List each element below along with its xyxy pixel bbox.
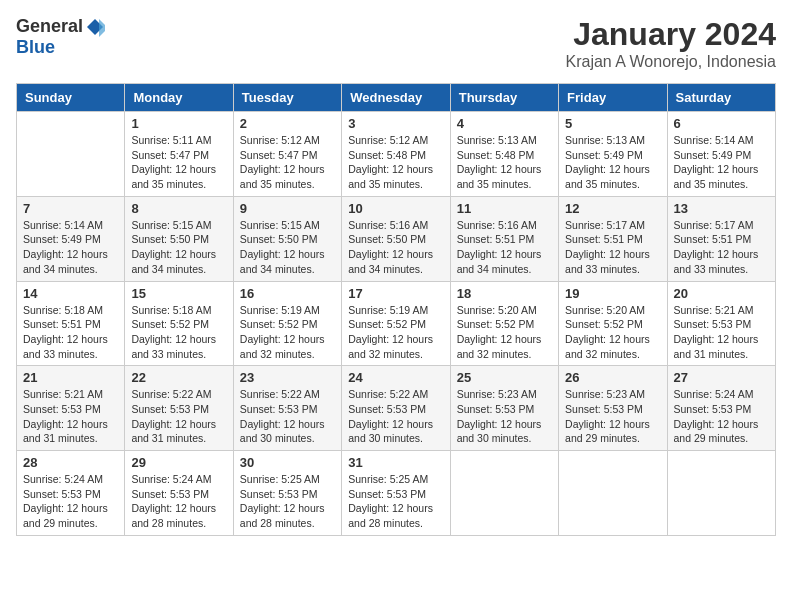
- calendar-cell: [17, 112, 125, 197]
- day-info: Sunrise: 5:24 AMSunset: 5:53 PMDaylight:…: [131, 472, 226, 531]
- title-section: January 2024 Krajan A Wonorejo, Indonesi…: [565, 16, 776, 71]
- calendar-cell: 26Sunrise: 5:23 AMSunset: 5:53 PMDayligh…: [559, 366, 667, 451]
- calendar-cell: 15Sunrise: 5:18 AMSunset: 5:52 PMDayligh…: [125, 281, 233, 366]
- day-info: Sunrise: 5:24 AMSunset: 5:53 PMDaylight:…: [23, 472, 118, 531]
- day-number: 11: [457, 201, 552, 216]
- day-info: Sunrise: 5:20 AMSunset: 5:52 PMDaylight:…: [565, 303, 660, 362]
- calendar-cell: 9Sunrise: 5:15 AMSunset: 5:50 PMDaylight…: [233, 196, 341, 281]
- day-info: Sunrise: 5:13 AMSunset: 5:49 PMDaylight:…: [565, 133, 660, 192]
- day-header-saturday: Saturday: [667, 84, 775, 112]
- day-header-thursday: Thursday: [450, 84, 558, 112]
- day-info: Sunrise: 5:13 AMSunset: 5:48 PMDaylight:…: [457, 133, 552, 192]
- calendar-cell: 31Sunrise: 5:25 AMSunset: 5:53 PMDayligh…: [342, 451, 450, 536]
- day-info: Sunrise: 5:17 AMSunset: 5:51 PMDaylight:…: [565, 218, 660, 277]
- day-info: Sunrise: 5:18 AMSunset: 5:51 PMDaylight:…: [23, 303, 118, 362]
- calendar-cell: 20Sunrise: 5:21 AMSunset: 5:53 PMDayligh…: [667, 281, 775, 366]
- calendar-cell: 21Sunrise: 5:21 AMSunset: 5:53 PMDayligh…: [17, 366, 125, 451]
- day-info: Sunrise: 5:16 AMSunset: 5:50 PMDaylight:…: [348, 218, 443, 277]
- day-number: 28: [23, 455, 118, 470]
- day-info: Sunrise: 5:19 AMSunset: 5:52 PMDaylight:…: [348, 303, 443, 362]
- calendar-cell: 27Sunrise: 5:24 AMSunset: 5:53 PMDayligh…: [667, 366, 775, 451]
- calendar-cell: 23Sunrise: 5:22 AMSunset: 5:53 PMDayligh…: [233, 366, 341, 451]
- calendar-cell: [559, 451, 667, 536]
- day-number: 8: [131, 201, 226, 216]
- day-number: 5: [565, 116, 660, 131]
- day-number: 9: [240, 201, 335, 216]
- calendar-week-3: 14Sunrise: 5:18 AMSunset: 5:51 PMDayligh…: [17, 281, 776, 366]
- day-info: Sunrise: 5:21 AMSunset: 5:53 PMDaylight:…: [23, 387, 118, 446]
- calendar-cell: 5Sunrise: 5:13 AMSunset: 5:49 PMDaylight…: [559, 112, 667, 197]
- day-info: Sunrise: 5:11 AMSunset: 5:47 PMDaylight:…: [131, 133, 226, 192]
- day-number: 26: [565, 370, 660, 385]
- day-number: 22: [131, 370, 226, 385]
- day-info: Sunrise: 5:12 AMSunset: 5:47 PMDaylight:…: [240, 133, 335, 192]
- calendar-cell: 24Sunrise: 5:22 AMSunset: 5:53 PMDayligh…: [342, 366, 450, 451]
- calendar-cell: 19Sunrise: 5:20 AMSunset: 5:52 PMDayligh…: [559, 281, 667, 366]
- day-info: Sunrise: 5:25 AMSunset: 5:53 PMDaylight:…: [240, 472, 335, 531]
- logo-general-text: General: [16, 16, 83, 37]
- day-info: Sunrise: 5:21 AMSunset: 5:53 PMDaylight:…: [674, 303, 769, 362]
- calendar-cell: 18Sunrise: 5:20 AMSunset: 5:52 PMDayligh…: [450, 281, 558, 366]
- day-number: 2: [240, 116, 335, 131]
- day-number: 4: [457, 116, 552, 131]
- calendar-cell: 25Sunrise: 5:23 AMSunset: 5:53 PMDayligh…: [450, 366, 558, 451]
- calendar-cell: 17Sunrise: 5:19 AMSunset: 5:52 PMDayligh…: [342, 281, 450, 366]
- day-number: 18: [457, 286, 552, 301]
- main-title: January 2024: [565, 16, 776, 53]
- calendar-cell: 10Sunrise: 5:16 AMSunset: 5:50 PMDayligh…: [342, 196, 450, 281]
- day-info: Sunrise: 5:22 AMSunset: 5:53 PMDaylight:…: [348, 387, 443, 446]
- calendar-cell: 29Sunrise: 5:24 AMSunset: 5:53 PMDayligh…: [125, 451, 233, 536]
- calendar-cell: 12Sunrise: 5:17 AMSunset: 5:51 PMDayligh…: [559, 196, 667, 281]
- day-number: 16: [240, 286, 335, 301]
- day-number: 30: [240, 455, 335, 470]
- calendar-cell: [450, 451, 558, 536]
- day-number: 21: [23, 370, 118, 385]
- calendar-cell: 4Sunrise: 5:13 AMSunset: 5:48 PMDaylight…: [450, 112, 558, 197]
- day-number: 20: [674, 286, 769, 301]
- day-number: 23: [240, 370, 335, 385]
- calendar-cell: 1Sunrise: 5:11 AMSunset: 5:47 PMDaylight…: [125, 112, 233, 197]
- calendar-cell: 22Sunrise: 5:22 AMSunset: 5:53 PMDayligh…: [125, 366, 233, 451]
- calendar-cell: 7Sunrise: 5:14 AMSunset: 5:49 PMDaylight…: [17, 196, 125, 281]
- day-number: 24: [348, 370, 443, 385]
- svg-marker-1: [99, 19, 105, 37]
- day-number: 10: [348, 201, 443, 216]
- calendar-week-5: 28Sunrise: 5:24 AMSunset: 5:53 PMDayligh…: [17, 451, 776, 536]
- day-number: 25: [457, 370, 552, 385]
- day-info: Sunrise: 5:22 AMSunset: 5:53 PMDaylight:…: [240, 387, 335, 446]
- day-header-tuesday: Tuesday: [233, 84, 341, 112]
- day-header-sunday: Sunday: [17, 84, 125, 112]
- day-info: Sunrise: 5:16 AMSunset: 5:51 PMDaylight:…: [457, 218, 552, 277]
- day-info: Sunrise: 5:23 AMSunset: 5:53 PMDaylight:…: [565, 387, 660, 446]
- calendar-cell: 13Sunrise: 5:17 AMSunset: 5:51 PMDayligh…: [667, 196, 775, 281]
- calendar-cell: 16Sunrise: 5:19 AMSunset: 5:52 PMDayligh…: [233, 281, 341, 366]
- calendar-week-2: 7Sunrise: 5:14 AMSunset: 5:49 PMDaylight…: [17, 196, 776, 281]
- day-info: Sunrise: 5:14 AMSunset: 5:49 PMDaylight:…: [674, 133, 769, 192]
- day-header-friday: Friday: [559, 84, 667, 112]
- day-number: 13: [674, 201, 769, 216]
- day-header-wednesday: Wednesday: [342, 84, 450, 112]
- day-info: Sunrise: 5:15 AMSunset: 5:50 PMDaylight:…: [131, 218, 226, 277]
- day-info: Sunrise: 5:12 AMSunset: 5:48 PMDaylight:…: [348, 133, 443, 192]
- day-info: Sunrise: 5:24 AMSunset: 5:53 PMDaylight:…: [674, 387, 769, 446]
- logo-icon: [85, 17, 105, 37]
- calendar-week-1: 1Sunrise: 5:11 AMSunset: 5:47 PMDaylight…: [17, 112, 776, 197]
- day-info: Sunrise: 5:17 AMSunset: 5:51 PMDaylight:…: [674, 218, 769, 277]
- calendar-header-row: SundayMondayTuesdayWednesdayThursdayFrid…: [17, 84, 776, 112]
- day-number: 31: [348, 455, 443, 470]
- day-number: 15: [131, 286, 226, 301]
- day-header-monday: Monday: [125, 84, 233, 112]
- calendar-cell: 6Sunrise: 5:14 AMSunset: 5:49 PMDaylight…: [667, 112, 775, 197]
- day-info: Sunrise: 5:20 AMSunset: 5:52 PMDaylight:…: [457, 303, 552, 362]
- day-number: 14: [23, 286, 118, 301]
- calendar-cell: 14Sunrise: 5:18 AMSunset: 5:51 PMDayligh…: [17, 281, 125, 366]
- calendar-cell: 8Sunrise: 5:15 AMSunset: 5:50 PMDaylight…: [125, 196, 233, 281]
- calendar-cell: 11Sunrise: 5:16 AMSunset: 5:51 PMDayligh…: [450, 196, 558, 281]
- calendar-cell: 3Sunrise: 5:12 AMSunset: 5:48 PMDaylight…: [342, 112, 450, 197]
- day-info: Sunrise: 5:25 AMSunset: 5:53 PMDaylight:…: [348, 472, 443, 531]
- calendar-table: SundayMondayTuesdayWednesdayThursdayFrid…: [16, 83, 776, 536]
- subtitle: Krajan A Wonorejo, Indonesia: [565, 53, 776, 71]
- calendar-week-4: 21Sunrise: 5:21 AMSunset: 5:53 PMDayligh…: [17, 366, 776, 451]
- day-number: 29: [131, 455, 226, 470]
- page-header: General Blue January 2024 Krajan A Wonor…: [16, 16, 776, 71]
